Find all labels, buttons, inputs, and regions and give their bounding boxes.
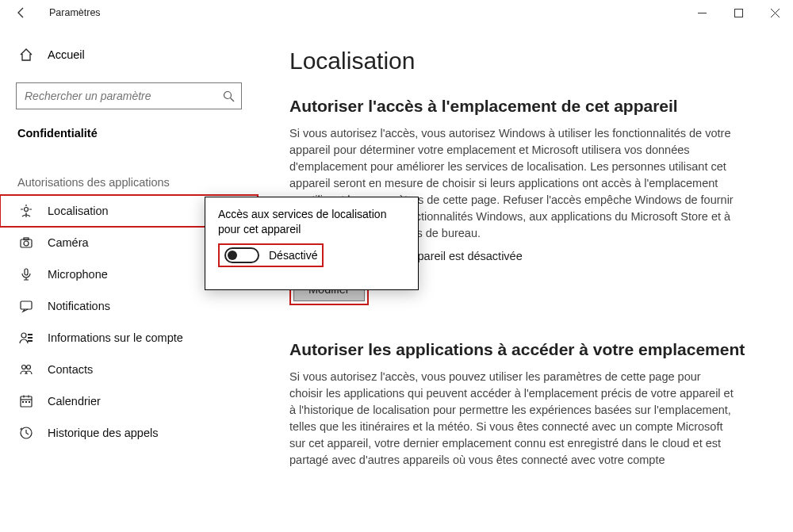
svg-rect-15 (28, 340, 33, 342)
sidebar-item-notifications[interactable]: Notifications (0, 290, 258, 322)
notifications-icon (19, 299, 33, 313)
account-icon (19, 331, 33, 345)
svg-rect-24 (29, 401, 30, 403)
svg-rect-22 (22, 401, 24, 403)
section1-heading: Autoriser l'accès à l'emplacement de cet… (289, 97, 761, 116)
section2-body: Si vous autorisez l'accès, vous pouvez u… (289, 369, 734, 469)
sidebar-item-label: Localisation (48, 205, 109, 217)
svg-point-6 (25, 208, 29, 212)
calendar-icon (19, 394, 33, 408)
svg-point-4 (224, 91, 232, 98)
svg-rect-13 (28, 334, 33, 335)
sidebar-item-label: Caméra (48, 236, 89, 249)
titlebar: Paramètres (0, 0, 793, 25)
svg-rect-10 (25, 269, 28, 275)
microphone-icon (19, 267, 33, 281)
maximize-button[interactable] (720, 0, 757, 25)
back-button[interactable] (10, 6, 33, 19)
search-box[interactable] (16, 82, 242, 109)
svg-point-8 (24, 241, 29, 246)
sidebar-item-label: Notifications (48, 300, 110, 312)
location-toggle[interactable] (224, 247, 259, 263)
sidebar-item-label: Contacts (48, 363, 93, 376)
page-title: Localisation (289, 48, 761, 75)
location-icon (19, 204, 33, 218)
svg-point-16 (22, 366, 26, 369)
sidebar-item-call-history[interactable]: Historique des appels (0, 417, 258, 449)
svg-rect-9 (24, 238, 29, 240)
svg-line-5 (231, 98, 235, 101)
sidebar-item-label: Calendrier (48, 395, 101, 408)
sidebar-item-label: Informations sur le compte (48, 331, 183, 344)
svg-rect-14 (28, 337, 33, 339)
window-title: Paramètres (33, 7, 101, 18)
svg-point-17 (27, 366, 31, 369)
svg-rect-1 (734, 9, 742, 17)
contacts-icon (19, 362, 33, 377)
sidebar-item-calendar[interactable]: Calendrier (0, 385, 258, 417)
sidebar-item-contacts[interactable]: Contacts (0, 354, 258, 385)
section-app-permissions-label: Autorisations des applications (0, 146, 258, 195)
home-icon (19, 48, 33, 62)
sidebar-item-label: Historique des appels (48, 427, 158, 439)
search-icon (223, 90, 235, 102)
minimize-button[interactable] (684, 0, 720, 25)
home-label: Accueil (48, 48, 85, 61)
camera-icon (19, 235, 33, 250)
sidebar-item-label: Microphone (48, 268, 108, 281)
section2-heading: Autoriser les applications à accéder à v… (289, 340, 761, 359)
svg-point-12 (21, 333, 26, 338)
search-input[interactable] (25, 90, 218, 102)
call-history-icon (19, 426, 33, 440)
close-button[interactable] (757, 0, 793, 25)
home-button[interactable]: Accueil (0, 41, 258, 68)
popup-title: Accès aux services de localisation pour … (218, 207, 405, 237)
svg-rect-23 (25, 401, 27, 403)
toggle-state-label: Désactivé (269, 249, 317, 262)
svg-rect-11 (21, 301, 32, 309)
location-access-popup: Accès aux services de localisation pour … (205, 197, 419, 290)
sidebar-item-account-info[interactable]: Informations sur le compte (0, 322, 258, 354)
section-privacy-label: Confidentialité (0, 114, 258, 146)
